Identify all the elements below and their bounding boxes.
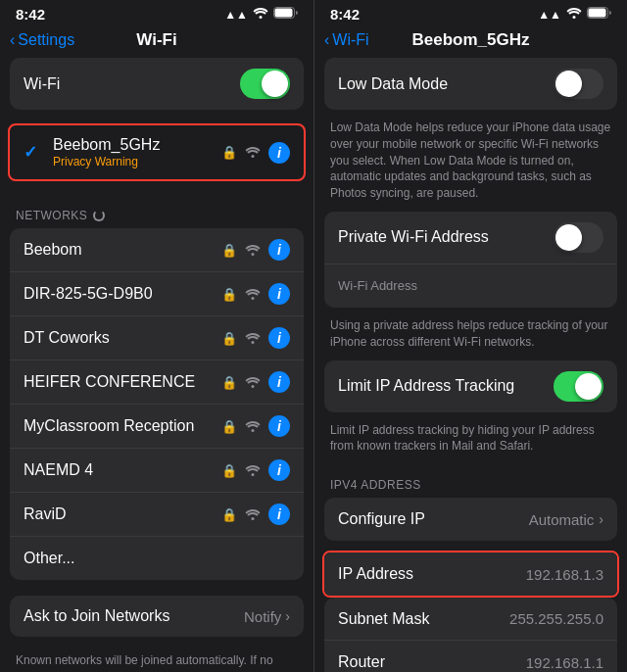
info-button-0[interactable]: i	[268, 239, 290, 261]
network-right-6: 🔒 i	[221, 504, 290, 525]
low-data-toggle-knob	[555, 71, 582, 97]
network-name-6: RaviD	[24, 505, 67, 523]
lock-icon-4: 🔒	[221, 419, 237, 434]
subnet-router-group: Subnet Mask 255.255.255.0 Router 192.168…	[324, 598, 617, 672]
network-beebom[interactable]: Beebom 🔒 i	[10, 228, 304, 272]
limit-ip-item: Limit IP Address Tracking	[324, 360, 617, 412]
router-label: Router	[338, 653, 385, 671]
networks-section-header: NETWORKS	[0, 193, 314, 228]
limit-ip-toggle-knob	[575, 373, 602, 400]
info-button-1[interactable]: i	[268, 283, 290, 305]
wifi-toggle[interactable]	[240, 69, 290, 99]
limit-ip-group: Limit IP Address Tracking	[324, 360, 617, 412]
chevron-right-configure: ›	[599, 511, 603, 527]
selected-network-container: ✓ Beebom_5GHz Privacy Warning 🔒	[8, 123, 306, 181]
network-right-0: 🔒 i	[221, 239, 290, 261]
ip-address-item[interactable]: IP Address 192.168.1.3	[324, 552, 617, 596]
selected-network-item[interactable]: ✓ Beebom_5GHz Privacy Warning 🔒	[10, 125, 304, 179]
back-label: Settings	[18, 31, 74, 49]
selected-network-name: Beebom_5GHz	[53, 136, 160, 154]
chevron-left-icon: ‹	[10, 31, 15, 49]
ip-address-highlight: IP Address 192.168.1.3	[322, 551, 619, 598]
right-nav-bar: ‹ Wi-Fi Beebom_5GHz	[314, 26, 627, 58]
network-myclassroom[interactable]: MyClassroom Reception 🔒 i	[10, 405, 304, 449]
subnet-mask-value: 255.255.255.0	[509, 610, 603, 627]
wifi-icon-5	[245, 464, 261, 476]
right-chevron-left-icon: ‹	[324, 31, 329, 49]
info-button-5[interactable]: i	[268, 459, 290, 481]
wifi-status-icon	[253, 7, 268, 22]
ask-to-join-item[interactable]: Ask to Join Networks Notify ›	[10, 596, 304, 637]
right-time: 8:42	[330, 6, 360, 23]
svg-point-5	[252, 297, 255, 300]
low-data-desc: Low Data Mode helps reduce your iPhone d…	[314, 120, 627, 212]
right-back-label: Wi-Fi	[332, 31, 368, 49]
network-dtcoworks[interactable]: DT Coworks 🔒 i	[10, 316, 304, 360]
left-panel: 8:42 ▲▲ ‹ Settings	[0, 0, 314, 672]
wifi-icon-3	[245, 376, 261, 388]
right-panel: 8:42 ▲▲ ‹ Wi-Fi Be	[314, 0, 627, 672]
private-wifi-toggle-knob	[555, 224, 582, 251]
lock-icon-2: 🔒	[221, 331, 237, 346]
network-name-3: HEIFER CONFERENCE	[24, 373, 195, 391]
private-wifi-label: Private Wi-Fi Address	[338, 228, 489, 246]
right-wifi-icon	[566, 7, 582, 22]
signal-icon: ▲▲	[224, 8, 248, 22]
wifi-back-button[interactable]: ‹ Wi-Fi	[324, 31, 369, 49]
network-name-1: DIR-825-5G-D9B0	[24, 285, 153, 303]
low-data-toggle[interactable]	[554, 69, 603, 99]
lock-icon-6: 🔒	[221, 507, 237, 522]
subnet-mask-item: Subnet Mask 255.255.255.0	[324, 598, 617, 641]
loading-spinner	[93, 210, 105, 221]
right-content: Low Data Mode Low Data Mode helps reduce…	[314, 58, 627, 672]
right-status-icons: ▲▲	[538, 7, 611, 22]
info-button-4[interactable]: i	[268, 415, 290, 437]
svg-point-3	[252, 155, 255, 158]
ipv4-section-header: IPV4 ADDRESS	[314, 464, 627, 498]
networks-list: Beebom 🔒 i DIR-825-5G-D9B0 🔒	[10, 228, 304, 580]
svg-point-9	[252, 473, 255, 476]
router-item: Router 192.168.1.1	[324, 641, 617, 672]
svg-point-4	[252, 253, 255, 256]
settings-back-button[interactable]: ‹ Settings	[10, 31, 74, 49]
network-name-0: Beebom	[24, 241, 82, 259]
lock-icon-5: 🔒	[221, 463, 237, 478]
lock-icon: 🔒	[221, 145, 237, 160]
wifi-address-item: Wi-Fi Address	[324, 264, 617, 308]
low-data-item: Low Data Mode	[324, 58, 617, 110]
selected-network-right: 🔒 i	[221, 142, 290, 164]
configure-ip-label: Configure IP	[338, 510, 425, 528]
svg-rect-2	[275, 9, 293, 18]
selected-network-info: Beebom_5GHz Privacy Warning	[53, 136, 160, 168]
ask-to-join-value: Notify ›	[244, 608, 290, 625]
network-naemd[interactable]: NAEMD 4 🔒 i	[10, 449, 304, 493]
checkmark-icon: ✓	[24, 142, 43, 163]
info-button-2[interactable]: i	[268, 327, 290, 349]
network-other[interactable]: Other...	[10, 537, 304, 580]
wifi-toggle-knob	[262, 71, 288, 97]
limit-ip-label: Limit IP Address Tracking	[338, 377, 514, 395]
network-heifer[interactable]: HEIFER CONFERENCE 🔒 i	[10, 360, 304, 405]
network-ravid[interactable]: RaviD 🔒 i	[10, 493, 304, 537]
network-name-7: Other...	[24, 550, 74, 567]
info-button-selected[interactable]: i	[268, 142, 290, 164]
network-right-2: 🔒 i	[221, 327, 290, 349]
configure-ip-item[interactable]: Configure IP Automatic ›	[324, 498, 617, 541]
network-dir825[interactable]: DIR-825-5G-D9B0 🔒 i	[10, 272, 304, 316]
svg-point-10	[252, 517, 255, 520]
limit-ip-toggle[interactable]	[554, 371, 603, 402]
wifi-address-label: Wi-Fi Address	[338, 278, 417, 293]
private-wifi-toggle[interactable]	[554, 222, 603, 253]
left-content: Wi-Fi ✓ Beebom_5GHz Privacy Warning 🔒	[0, 58, 314, 672]
ip-address-inner: IP Address 192.168.1.3	[324, 552, 617, 596]
wifi-signal-icon	[245, 144, 261, 162]
network-name-2: DT Coworks	[24, 329, 110, 347]
info-button-6[interactable]: i	[268, 504, 290, 525]
network-right-3: 🔒 i	[221, 371, 290, 393]
wifi-label: Wi-Fi	[24, 75, 60, 93]
ip-address-label: IP Address	[338, 565, 413, 583]
left-nav-title: Wi-Fi	[136, 30, 176, 50]
lock-icon-0: 🔒	[221, 243, 237, 258]
wifi-icon-2	[245, 332, 261, 344]
info-button-3[interactable]: i	[268, 371, 290, 393]
